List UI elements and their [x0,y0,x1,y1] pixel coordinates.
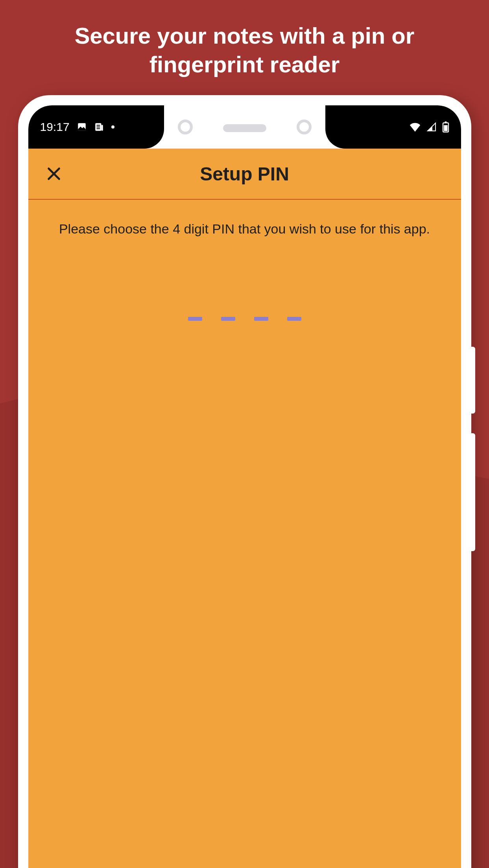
promo-title: Secure your notes with a pin or fingerpr… [0,22,489,79]
close-icon [46,166,62,182]
news-icon [94,122,104,132]
instruction-text: Please choose the 4 digit PIN that you w… [28,220,461,238]
pin-digit-slot [254,317,268,321]
front-sensor-icon [297,120,312,134]
pin-digit-slot [221,317,235,321]
app-header: Setup PIN [28,149,461,200]
close-button[interactable] [44,164,64,184]
pin-digit-slot [188,317,202,321]
svg-rect-5 [96,128,100,129]
svg-rect-7 [445,121,447,123]
battery-icon [442,121,449,132]
speaker-grille [223,124,266,132]
svg-rect-8 [444,125,447,131]
status-dot-icon [111,125,114,129]
page-title: Setup PIN [200,163,289,185]
phone-screen: 19:17 [28,105,461,868]
phone-side-button [471,433,475,551]
pin-input[interactable] [28,317,461,321]
phone-frame: 19:17 [18,95,471,868]
status-bar-left: 19:17 [28,105,164,149]
status-bar-right [325,105,461,149]
front-camera-icon [178,120,193,134]
svg-rect-3 [96,125,100,126]
status-time: 19:17 [40,120,70,134]
pin-digit-slot [287,317,301,321]
image-icon [77,122,87,132]
wifi-icon [409,122,421,132]
svg-rect-4 [96,127,100,127]
svg-rect-2 [101,125,103,131]
status-bar: 19:17 [28,105,461,149]
cell-signal-icon [426,122,437,132]
phone-side-button [471,347,475,414]
